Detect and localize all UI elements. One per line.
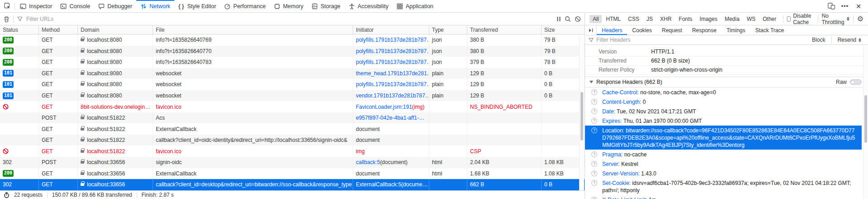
table-row[interactable]: POSTlocalhost:51822Acse957f897-042e-4ba1… [0, 112, 585, 124]
table-row[interactable]: 101GETlocalhost:8080websockettheme_head.… [0, 68, 585, 79]
header-help-icon[interactable]: ? [591, 108, 597, 114]
close-devtools-icon[interactable]: ✕ [853, 1, 864, 12]
table-row[interactable]: GETlocalhost:51822favicon.icoimgCSP [0, 146, 585, 157]
initiator-link[interactable]: callback:5 [356, 159, 380, 165]
initiator-link[interactable]: FaviconLoader.jsm:191 [356, 104, 412, 110]
filter-js[interactable]: JS [643, 15, 656, 23]
column-header-file[interactable]: File [153, 25, 353, 34]
column-header-method[interactable]: Method [39, 25, 78, 34]
network-settings-gear-icon[interactable]: ⚙ [857, 15, 863, 23]
clear-requests-icon[interactable] [4, 16, 10, 22]
pause-traffic-icon[interactable] [556, 16, 561, 22]
responsive-design-mode-icon[interactable] [825, 1, 837, 12]
filter-media[interactable]: Media [721, 15, 743, 23]
throttling-select[interactable]: No Throttling [822, 13, 849, 25]
search-icon[interactable] [565, 16, 571, 22]
header-help-icon[interactable]: ? [591, 99, 597, 105]
response-header-row[interactable]: ?Pragma: no-cache [585, 150, 862, 159]
tab-debugger[interactable]: Debugger [94, 0, 136, 12]
tab-style-editor[interactable]: { }Style Editor [174, 0, 220, 12]
column-header-status[interactable]: Status [0, 25, 39, 34]
disable-cache-checkbox[interactable]: Disable Cache [787, 13, 814, 25]
block-button[interactable]: Block [809, 37, 828, 43]
table-row[interactable]: 101GETlocalhost:8080websocketpolyfills.1… [0, 79, 585, 90]
header-help-icon[interactable]: ? [591, 180, 597, 186]
response-header-row[interactable]: ?Date: Tue, 02 Nov 2021 04:17:21 GMT [585, 107, 862, 116]
header-help-icon[interactable]: ? [591, 127, 597, 133]
header-help-icon[interactable]: ? [591, 89, 597, 95]
more-options-icon[interactable]: ••• [839, 1, 851, 12]
column-header-domain[interactable]: Domain [78, 25, 153, 34]
filter-headers-input[interactable] [596, 37, 806, 43]
filter-all[interactable]: All [590, 15, 602, 23]
details-tab-timings[interactable]: Timings [721, 25, 750, 35]
expand-details-pane-button[interactable] [585, 25, 597, 35]
block-url-icon[interactable] [575, 16, 581, 22]
node-picker-button[interactable] [2, 0, 14, 12]
column-header-size[interactable]: Size [542, 25, 580, 34]
performance-analysis-icon[interactable] [4, 192, 10, 198]
response-header-row[interactable]: ?Set-Cookie: idsrv=adf6cba1-7075-402b-9e… [585, 178, 862, 195]
response-headers-section[interactable]: Response Headers (662 B) Raw [585, 77, 868, 87]
column-header-initiator[interactable]: Initiator [353, 25, 429, 34]
filter-other[interactable]: Other [759, 15, 779, 23]
header-help-icon[interactable]: ? [591, 170, 597, 176]
initiator-link[interactable]: polyfills.1791b137de281b787… [356, 59, 429, 65]
tab-inspector[interactable]: Inspector [16, 0, 56, 12]
response-header-row[interactable]: ?X-Rate-Limit-Limit: 1m [585, 195, 862, 199]
table-row[interactable]: GETlocalhost:51822ExternalCallbackdocume… [0, 123, 585, 135]
filter-css[interactable]: CSS [625, 15, 643, 23]
initiator-link[interactable]: ExternalCallback:5 [356, 181, 401, 188]
tab-memory[interactable]: Memory [270, 0, 307, 12]
response-header-row[interactable]: ?Content-Length: 0 [585, 97, 862, 107]
initiator-link[interactable]: theme_head.1791b137de281… [356, 70, 429, 77]
details-tab-cookies[interactable]: Cookies [627, 25, 657, 35]
table-row[interactable]: 302POSTlocalhost:33656signin-oidccallbac… [0, 157, 585, 168]
column-header-type[interactable]: Type [429, 25, 467, 34]
response-header-row[interactable]: ?Location: bitwarden://sso-callback?code… [585, 126, 862, 150]
tab-accessibility[interactable]: Accessibility [345, 0, 393, 12]
filter-ws[interactable]: WS [743, 15, 758, 23]
table-row[interactable]: 302GETlocalhost:33656callback?client_id=… [0, 179, 585, 190]
header-help-icon[interactable]: ? [591, 118, 597, 124]
table-row[interactable]: 200GETlocalhost:8080info?t=1635826640769… [0, 34, 585, 46]
initiator-link[interactable]: polyfills.1791b137de281b787… [356, 81, 429, 87]
details-tab-headers[interactable]: Headers [597, 25, 627, 35]
initiator-link[interactable]: e957f897-042e-4ba1-aff1-… [356, 115, 424, 121]
initiator-link[interactable]: polyfills.1791b137de281b787… [356, 48, 429, 54]
initiator-link[interactable]: vendor.1791b137de281b787… [356, 92, 429, 99]
filter-html[interactable]: HTML [603, 15, 624, 23]
tab-application[interactable]: Application [393, 0, 437, 12]
column-header-transferred[interactable]: Transferred [467, 25, 542, 34]
details-tab-response[interactable]: Response [687, 25, 721, 35]
scrollbar-thumb[interactable] [864, 95, 867, 143]
request-list-scrollbar[interactable] [579, 34, 584, 190]
tab-performance[interactable]: Performance [220, 0, 270, 12]
response-header-row[interactable]: ?Expires: Thu, 01 Jan 1970 00:00:00 GMT [585, 116, 862, 126]
table-row[interactable]: 200GETlocalhost:33656ExternalCallbackdoc… [0, 168, 585, 180]
initiator-link[interactable]: polyfills.1791b137de281b787… [356, 37, 429, 43]
tab-storage[interactable]: Storage [307, 0, 345, 12]
table-row[interactable]: 101GETlocalhost:8080websocketvendor.1791… [0, 90, 585, 102]
scrollbar-thumb[interactable] [580, 92, 583, 141]
table-row[interactable]: 200GETlocalhost:8080info?t=1635826640783… [0, 57, 585, 68]
response-header-row[interactable]: ?Server-Version: 1.43.0 [585, 169, 862, 178]
tab-console[interactable]: Console [56, 0, 94, 12]
filter-images[interactable]: Images [696, 15, 720, 23]
table-row[interactable]: GET8bit-solutions-dev.onelogin….favicon.… [0, 101, 585, 112]
header-help-icon[interactable]: ? [591, 161, 597, 167]
resend-button[interactable]: Resend [834, 37, 864, 43]
header-help-icon[interactable]: ? [591, 151, 597, 157]
raw-toggle[interactable] [850, 79, 862, 85]
filter-urls-input[interactable] [26, 16, 162, 22]
details-tab-request[interactable]: Request [657, 25, 687, 35]
table-row[interactable]: 200GETlocalhost:8080info?t=1635826640770… [0, 46, 585, 57]
response-header-row[interactable]: ?Cache-Control: no-store, no-cache, max-… [585, 87, 862, 97]
filter-xhr[interactable]: XHR [657, 15, 675, 23]
response-header-row[interactable]: ?Server: Kestrel [585, 159, 862, 169]
tab-network[interactable]: Network [136, 0, 174, 12]
details-tab-stack-trace[interactable]: Stack Trace [750, 25, 789, 35]
table-row[interactable]: GETlocalhost:51822callback?client_id=oid… [0, 135, 585, 146]
filter-fonts[interactable]: Fonts [676, 15, 695, 23]
details-scrollbar[interactable] [863, 45, 868, 199]
